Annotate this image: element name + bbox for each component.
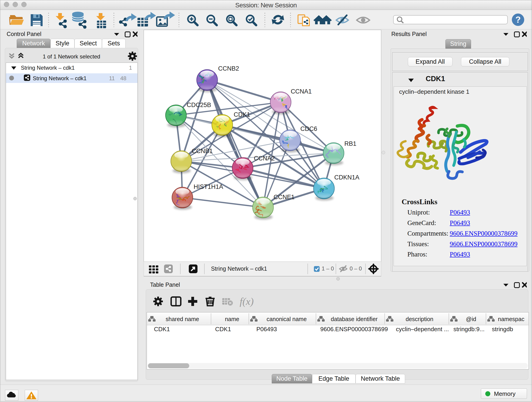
svg-text:stringdb:9...: stringdb:9... bbox=[453, 326, 485, 332]
svg-text:CDKN1A: CDKN1A bbox=[334, 174, 360, 181]
svg-text:CCNA2: CCNA2 bbox=[254, 155, 275, 162]
svg-text:P06493: P06493 bbox=[256, 326, 277, 332]
svg-text:database identifier: database identifier bbox=[331, 316, 378, 322]
svg-text:?: ? bbox=[515, 15, 520, 25]
svg-text:CCNA1: CCNA1 bbox=[291, 88, 312, 95]
svg-text:stringdb: stringdb bbox=[492, 326, 513, 332]
svg-text:name: name bbox=[225, 316, 239, 322]
svg-text:@id: @id bbox=[466, 316, 476, 322]
svg-text:CDK1: CDK1 bbox=[154, 326, 170, 332]
svg-text:CCNE1: CCNE1 bbox=[273, 194, 295, 201]
svg-text:shared name: shared name bbox=[166, 316, 199, 322]
svg-text:namespac: namespac bbox=[498, 316, 524, 322]
svg-text:9606.ENSP00000378699: 9606.ENSP00000378699 bbox=[320, 326, 388, 332]
svg-text:canonical name: canonical name bbox=[266, 316, 307, 322]
svg-text:CDK1: CDK1 bbox=[215, 326, 231, 332]
svg-text:CDK1: CDK1 bbox=[234, 111, 250, 118]
svg-text:CDC25B: CDC25B bbox=[187, 102, 211, 108]
svg-text:f(x): f(x) bbox=[240, 296, 254, 307]
svg-text:RB1: RB1 bbox=[344, 140, 356, 147]
svg-text:HIST1H1A: HIST1H1A bbox=[194, 183, 223, 190]
svg-text:cyclin–dependent ...: cyclin–dependent ... bbox=[396, 326, 449, 332]
svg-text:String Network – cdk1: String Network – cdk1 bbox=[211, 265, 267, 272]
svg-text:description: description bbox=[406, 316, 433, 322]
svg-text:CCNB1: CCNB1 bbox=[192, 148, 213, 154]
svg-text:1 – 0: 1 – 0 bbox=[322, 265, 334, 272]
svg-text:0 – 0: 0 – 0 bbox=[350, 265, 362, 272]
svg-text:CDC6: CDC6 bbox=[300, 125, 317, 132]
svg-text:CCNB2: CCNB2 bbox=[218, 65, 239, 72]
